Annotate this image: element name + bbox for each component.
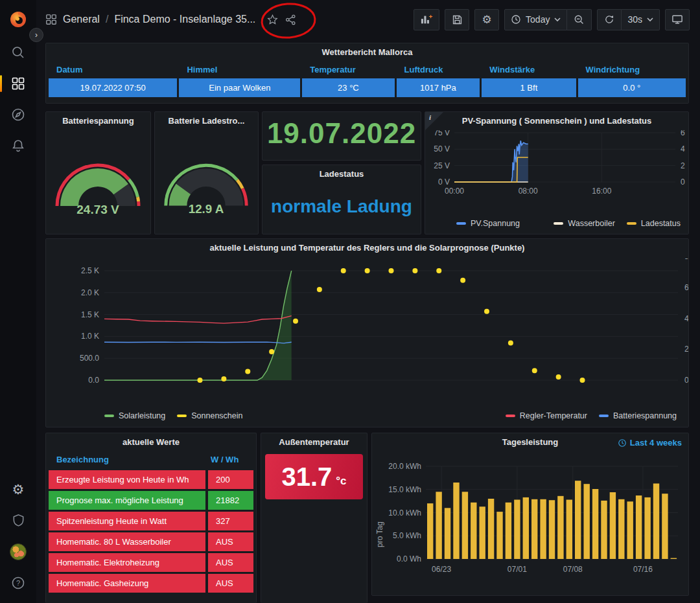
legend-item[interactable]: Ladestatus: [627, 219, 681, 228]
refresh-interval-label: 30s: [627, 14, 642, 25]
sidebar-item-profile[interactable]: [0, 539, 36, 565]
bar: [531, 499, 537, 559]
sidebar-item-configuration[interactable]: ⚙: [0, 476, 36, 502]
sidebar-item-explore[interactable]: [0, 102, 36, 128]
pv-chart: 0 V25 V50 V75 V024600:0008:0016:00: [425, 130, 688, 216]
info-icon: i: [429, 113, 431, 121]
panel-pv-chart: i PV-Spannung ( Sonnenschein ) und Lades…: [425, 111, 689, 234]
panel-date: 19.07.2022: [262, 111, 421, 161]
bar: [462, 492, 468, 559]
compass-icon: [11, 108, 25, 122]
legend-item[interactable]: Sonnenschein: [177, 411, 242, 420]
bar: [523, 497, 529, 559]
weather-column-header[interactable]: Himmel: [179, 61, 300, 78]
legend-item[interactable]: PV.Spannung: [456, 219, 520, 228]
legend-swatch: [506, 415, 515, 417]
row-value-cell: AUS: [208, 574, 253, 593]
dashboard-settings-button[interactable]: ⚙: [474, 9, 499, 30]
refresh-interval-picker[interactable]: 30s: [622, 9, 660, 30]
panel-title[interactable]: Wetterbericht Mallorca: [46, 43, 688, 61]
svg-text:15.0 kWh: 15.0 kWh: [388, 485, 421, 494]
column-header[interactable]: W / Wh: [205, 451, 253, 468]
svg-text:1.0 K: 1.0 K: [81, 332, 99, 341]
weather-column-header[interactable]: Luftdruck: [397, 61, 480, 78]
weather-column-header[interactable]: Temperatur: [302, 61, 394, 78]
add-panel-button[interactable]: +: [414, 9, 439, 30]
svg-text:08:00: 08:00: [519, 187, 538, 196]
save-icon: [452, 14, 463, 25]
bar: [566, 500, 572, 560]
weather-column-header[interactable]: Windrichtung: [578, 61, 686, 78]
table-row: Prognose max. mögliche Leistung21882: [46, 491, 256, 510]
legend-label: Ladestatus: [641, 219, 681, 228]
breadcrumb-section[interactable]: General: [63, 14, 100, 25]
grafana-logo-icon[interactable]: [9, 10, 27, 28]
panel-time-badge[interactable]: Last 4 weeks: [618, 438, 682, 448]
bar: [610, 492, 616, 559]
sidebar-item-alerting[interactable]: [0, 133, 36, 159]
weather-value-cell: 1 Bft: [482, 78, 576, 97]
bar: [592, 489, 598, 559]
svg-text:2.0 K: 2.0 K: [81, 288, 99, 297]
panel-title[interactable]: Batteriespannung: [46, 112, 150, 130]
main-chart: 0.0500.01.0 K1.5 K2.0 K2.5 K020406080: [46, 258, 688, 409]
share-dashboard-button[interactable]: [285, 14, 297, 26]
svg-text:00:00: 00:00: [445, 187, 464, 196]
bar: [601, 501, 607, 559]
clock-icon: [511, 14, 521, 25]
chevron-down-icon: [647, 17, 653, 22]
svg-text:12.9 A: 12.9 A: [189, 202, 224, 216]
legend-item[interactable]: Batteriespannung: [599, 411, 677, 420]
panel-title[interactable]: Batterie Ladestro...: [155, 112, 258, 130]
panel-title[interactable]: Ladestatus: [262, 165, 421, 183]
panel-title[interactable]: Außentemperatur: [261, 433, 367, 451]
sidebar-item-server-admin[interactable]: [0, 507, 36, 533]
panel-info-corner[interactable]: [425, 112, 443, 130]
bar: [488, 499, 494, 559]
svg-text:10.0 kWh: 10.0 kWh: [388, 508, 421, 518]
bar: [453, 483, 459, 559]
zoom-out-time-button[interactable]: [567, 9, 592, 30]
panel-title[interactable]: PV-Spannung ( Sonnenschein ) und Ladesta…: [425, 112, 688, 130]
sidebar-item-dashboards[interactable]: [0, 71, 36, 97]
star-icon: [266, 14, 279, 26]
dashboard-title[interactable]: Finca Demo - Inselanlage 35...: [114, 14, 255, 25]
bar: [584, 484, 590, 559]
bar: [653, 484, 659, 560]
svg-text:75 V: 75 V: [434, 130, 450, 137]
legend-item[interactable]: Regler-Temperatur: [506, 411, 587, 420]
row-label-cell: Homematic. 80 L Wasserboiler: [49, 532, 205, 551]
outside-temp-value: 31.7: [281, 462, 332, 492]
add-panel-icon: +: [420, 14, 433, 25]
weather-table-header: DatumHimmelTemperaturLuftdruckWindstärke…: [46, 61, 688, 78]
sidebar-item-search[interactable]: [0, 40, 36, 65]
svg-text:4: 4: [681, 144, 685, 154]
sidebar-expand-button[interactable]: ›: [29, 28, 43, 42]
user-avatar: [10, 543, 27, 560]
panel-title[interactable]: aktuelle Leistung und Temperatur des Reg…: [46, 239, 688, 256]
save-dashboard-button[interactable]: [445, 9, 469, 30]
chevron-down-icon: [554, 17, 561, 22]
sidebar-item-help[interactable]: ?: [0, 570, 36, 596]
panel-title[interactable]: aktuelle Werte: [46, 433, 256, 451]
legend-item[interactable]: Wasserboiler: [554, 219, 614, 228]
column-header[interactable]: Bezeichnung: [49, 451, 205, 468]
svg-text:500.0: 500.0: [80, 354, 99, 363]
refresh-button[interactable]: [597, 9, 622, 30]
svg-text:pro Tag: pro Tag: [375, 521, 384, 547]
svg-text:40: 40: [684, 314, 688, 323]
legend-swatch: [456, 222, 466, 225]
gear-icon: ⚙: [12, 483, 25, 496]
legend-item[interactable]: Solarleistung: [104, 411, 165, 420]
bar: [575, 481, 581, 559]
weather-column-header[interactable]: Datum: [49, 61, 177, 78]
svg-text:2.5 K: 2.5 K: [81, 266, 99, 275]
panel-gauge-battery-voltage: Batteriespannung 24.73 V: [45, 111, 151, 234]
svg-text:25 V: 25 V: [434, 161, 450, 170]
pv-legend-left: PV.Spannung: [456, 219, 520, 228]
star-dashboard-button[interactable]: [266, 14, 279, 26]
time-range-picker[interactable]: Today: [504, 9, 567, 30]
kiosk-mode-button[interactable]: [665, 9, 690, 30]
svg-text:07/01: 07/01: [508, 565, 527, 574]
weather-column-header[interactable]: Windstärke: [482, 61, 576, 78]
